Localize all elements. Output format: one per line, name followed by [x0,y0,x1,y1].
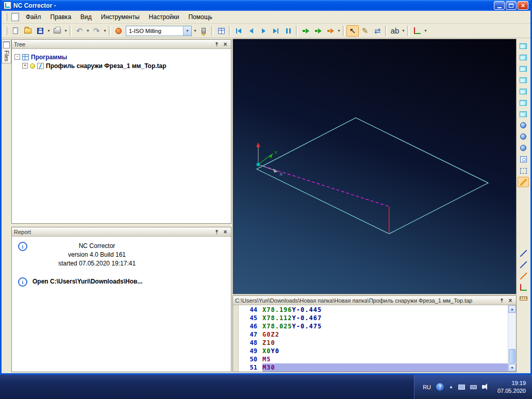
tree-child-item[interactable]: + Профиль снаружи Фреза_1 мм_Top.tap [22,61,228,70]
dropdown-arrow-icon[interactable]: ▾ [401,28,406,33]
run-to-end-button[interactable] [324,25,337,37]
dropdown-arrow-icon[interactable]: ▾ [46,28,51,33]
arrow-orange-shape [327,30,330,32]
ruler-button[interactable] [518,293,529,304]
files-tab-label: Files [4,51,9,61]
close-panel-button[interactable] [222,41,229,47]
pan-view-button[interactable] [518,131,529,142]
save-button[interactable] [34,25,46,37]
dropdown-arrow-icon[interactable]: ▾ [63,28,68,33]
pause-button[interactable] [282,25,294,37]
close-panel-button[interactable] [222,228,229,235]
scrollbar-thumb[interactable] [509,349,516,363]
zoomwin-icon [520,156,527,162]
undo-button[interactable]: ↶ [73,25,86,37]
collapse-icon[interactable]: - [14,54,20,60]
close-button[interactable] [518,1,528,10]
dropdown-arrow-icon[interactable]: ▾ [86,28,90,33]
zoom-dynamic-button[interactable] [518,143,529,153]
maximize-button[interactable] [506,1,517,10]
usb-tray-icon[interactable] [470,385,477,389]
dropdown-arrow-icon[interactable]: ▾ [337,28,341,33]
gcode-scrollbar[interactable]: ▲ ▼ [508,305,516,372]
files-tab[interactable]: Files [2,39,11,63]
pin-button[interactable] [213,41,220,47]
measure-tool-button[interactable] [518,177,529,187]
chevron-down-icon[interactable]: ▼ [183,26,191,36]
tool-library-button[interactable] [197,25,210,37]
hidden-icons-arrow-icon[interactable] [449,385,453,389]
encoding-button[interactable]: ab [389,25,401,37]
document-icon[interactable] [11,13,19,21]
frames-table-button[interactable] [215,25,227,37]
step-backward-button[interactable] [245,25,257,37]
redo-button[interactable]: ↷ [90,25,103,37]
rotate-view-button[interactable] [518,120,529,130]
toolbar-items: ▾▾↶▾↷▾1-ISO Milling▼▾▾↖✎⇄ab▾▾ [9,25,428,37]
clock[interactable]: 19:19 07.05.2020 [493,379,526,395]
draw-line-button[interactable] [518,248,529,258]
new-file-button[interactable] [9,25,22,37]
language-indicator[interactable]: RU [423,384,431,390]
display-tray-icon[interactable] [458,385,465,390]
gcode-line[interactable]: 44X78.196Y-0.445 [239,306,508,314]
expand-icon[interactable]: + [22,63,28,69]
show-axes-button[interactable] [518,282,529,292]
menu-item[interactable]: Правка [46,12,76,22]
gcode-line[interactable]: 46X78.025Y-0.475 [239,322,508,330]
dropdown-arrow-icon[interactable]: ▾ [423,28,428,33]
view-top-button[interactable] [518,41,529,51]
scroll-down-icon[interactable]: ▼ [508,364,516,372]
menu-item[interactable]: Помощь [184,12,217,22]
visibility-bulb-icon[interactable] [30,63,35,69]
menu-item[interactable]: Настройки [144,12,184,22]
play-button[interactable] [257,25,270,37]
help-tray-icon[interactable]: ? [436,383,444,391]
view-bottom-button[interactable] [518,52,529,62]
print-button[interactable] [51,25,63,37]
gcode-line[interactable]: 45X78.112Y-0.467 [239,314,508,322]
edit-mode-button[interactable]: ✎ [359,25,371,37]
close-panel-button[interactable] [507,297,514,304]
dropdown-arrow-icon[interactable]: ▾ [193,28,197,33]
menu-item[interactable]: Файл [21,12,46,22]
volume-icon[interactable] [482,385,485,389]
gcode-line[interactable]: 49X0Y0 [239,347,508,355]
edit-path-button[interactable] [518,259,529,270]
minimize-button[interactable] [494,1,505,10]
select-mode-button[interactable]: ↖ [346,25,359,37]
gcode-line[interactable]: 50M5 [239,355,508,363]
view-isometric-button[interactable] [518,109,529,119]
snap-mode-button[interactable] [518,271,529,281]
run-to-break-button[interactable] [312,25,324,37]
pin-button[interactable] [498,297,505,304]
tree-child-label[interactable]: Профиль снаружи Фреза_1 мм_Top.tap [46,62,167,70]
gcode-line[interactable]: 48Z10 [239,339,508,347]
compare-button[interactable]: ⇄ [371,25,384,37]
coordinate-system-button[interactable] [411,25,423,37]
zoom-extents-button[interactable] [518,165,529,176]
dropdown-arrow-icon[interactable]: ▾ [103,28,107,33]
machining-parameters-button[interactable] [112,25,125,37]
menu-item[interactable]: Инструменты [96,12,144,22]
gcode-line[interactable]: 47G0Z2 [239,330,508,339]
run-forward-button[interactable] [300,25,312,37]
view-right-button[interactable] [518,97,529,108]
view-front-button[interactable] [518,63,529,74]
pin-button[interactable] [213,228,220,235]
go-to-last-button[interactable] [270,25,282,37]
interpreter-select[interactable]: 1-ISO Milling▼ [126,26,192,36]
view-back-button[interactable] [518,75,529,85]
go-to-first-button[interactable] [232,25,245,37]
zoom-window-button[interactable] [518,154,529,164]
tree-root-label[interactable]: Программы [31,54,67,61]
gcode-line[interactable]: 51M30 [239,363,508,372]
viewport-3d[interactable]: Y X [232,39,517,294]
tree-root-item[interactable]: - Программы [14,53,228,61]
menu-item[interactable]: Вид [76,12,96,22]
info-icon: i [18,242,27,251]
view-left-button[interactable] [518,86,529,96]
open-file-button[interactable] [22,25,34,37]
scrollbar-track[interactable] [508,313,516,364]
scroll-up-icon[interactable]: ▲ [508,305,516,313]
